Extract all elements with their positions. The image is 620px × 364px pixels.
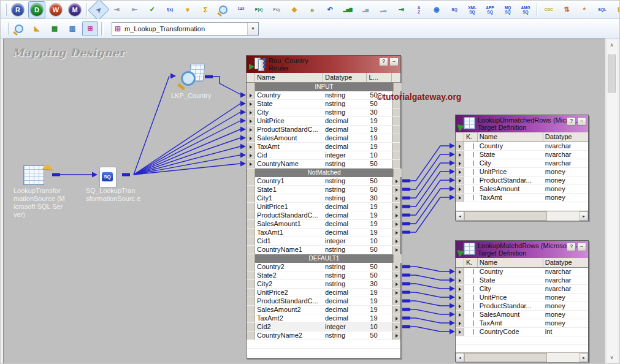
- port-out-cell[interactable]: [392, 237, 400, 245]
- port-in-cell[interactable]: [247, 91, 255, 99]
- target-definition-matched[interactable]: LookupMatchdRows (Microsoft S... Target …: [455, 240, 589, 362]
- target-port-row[interactable]: SalesAmountmoney: [456, 311, 588, 319]
- target-title-bar[interactable]: LookupUnmatchedRows (Micro... Target Def…: [456, 115, 588, 132]
- router-port-row[interactable]: SalesAmountdecimal19: [247, 134, 400, 143]
- workflow-manager-button[interactable]: W: [47, 1, 64, 18]
- column-datatype[interactable]: Datatype: [323, 73, 367, 82]
- scroll-down-button[interactable]: ∨: [607, 352, 617, 362]
- target-port-row[interactable]: UnitPricemoney: [456, 168, 588, 176]
- port-out-cell[interactable]: [392, 280, 400, 288]
- horizontal-scrollbar[interactable]: ◄ ►: [456, 211, 588, 221]
- port-out-cell[interactable]: [392, 263, 400, 271]
- amg-source-qualifier-icon[interactable]: AMG SQ: [518, 2, 534, 17]
- router-port-row[interactable]: State1nstring50: [247, 186, 400, 194]
- router-port-row[interactable]: UnitPrice1decimal19: [247, 203, 400, 211]
- target-port-row[interactable]: TaxAmtmoney: [456, 194, 588, 202]
- port-out-cell[interactable]: [392, 246, 400, 254]
- router-port-row[interactable]: TaxAmt1decimal19: [247, 229, 400, 237]
- column-name[interactable]: Name: [255, 73, 323, 82]
- lookup-transformation-icon[interactable]: [215, 2, 231, 17]
- port-in-cell[interactable]: [456, 268, 464, 276]
- sequence-generator-icon[interactable]: ¹²³: [233, 2, 249, 17]
- router-port-row[interactable]: CountryName1nstring50: [247, 246, 400, 254]
- port-in-cell[interactable]: [456, 194, 464, 202]
- minimize-button[interactable]: −: [577, 243, 586, 251]
- horizontal-scrollbar[interactable]: ◄ ►: [456, 352, 588, 362]
- sorter-transformation-icon[interactable]: A Z: [411, 2, 427, 17]
- scrollbar-track[interactable]: [464, 353, 580, 362]
- target-port-row[interactable]: Citynvarchar: [456, 159, 588, 168]
- port-in-cell[interactable]: [456, 285, 464, 293]
- target-port-row[interactable]: Statenvarchar: [456, 276, 588, 285]
- router-port-row[interactable]: TaxAmtdecimal19: [247, 143, 400, 151]
- source-qualifier-icon[interactable]: SQ: [446, 2, 462, 17]
- router-port-row[interactable]: UnitPricedecimal19: [247, 117, 400, 126]
- scroll-up-button[interactable]: ∧: [607, 40, 617, 50]
- stored-procedure-icon[interactable]: P(x): [251, 2, 267, 17]
- transaction-control-icon[interactable]: ⇅: [559, 2, 575, 17]
- scrollbar-thumb[interactable]: [464, 211, 547, 221]
- port-out-cell[interactable]: [392, 306, 400, 314]
- repository-manager-button[interactable]: R: [9, 1, 26, 18]
- port-in-cell[interactable]: [247, 100, 255, 108]
- router-title-bar[interactable]: Rou_Country Router ? −: [247, 56, 400, 73]
- port-in-cell[interactable]: [456, 176, 464, 184]
- source-analyzer-icon[interactable]: [11, 21, 27, 36]
- transformation-developer-icon[interactable]: ▦: [47, 21, 63, 36]
- target-port-row[interactable]: Citynvarchar: [456, 285, 588, 294]
- router-port-row[interactable]: TaxAmt2decimal19: [247, 314, 400, 323]
- minimize-button[interactable]: −: [389, 58, 399, 66]
- port-out-cell[interactable]: [392, 177, 400, 185]
- scrollbar-thumb[interactable]: [608, 55, 616, 93]
- scroll-left-button[interactable]: ◄: [456, 353, 464, 362]
- port-in-cell[interactable]: [456, 328, 464, 336]
- port-out-cell[interactable]: [392, 323, 400, 331]
- port-in-cell[interactable]: [247, 160, 255, 168]
- source-qualifier-node[interactable]: SQ: [99, 167, 117, 188]
- port-in-cell[interactable]: [247, 143, 255, 151]
- scrollbar-track[interactable]: [464, 211, 580, 221]
- sql-transformation-icon[interactable]: SQL: [594, 2, 610, 17]
- target-definition-unmatched[interactable]: LookupUnmatchedRows (Micro... Target Def…: [455, 115, 589, 221]
- scroll-left-button[interactable]: ◄: [456, 211, 464, 221]
- target-port-row[interactable]: UnitPricemoney: [456, 294, 588, 302]
- router-port-row[interactable]: Cid1integer10: [247, 237, 400, 246]
- dropdown-arrow-icon[interactable]: ▼: [247, 23, 258, 35]
- router-port-row[interactable]: City2nstring30: [247, 280, 400, 289]
- port-in-cell[interactable]: [456, 319, 464, 327]
- port-out-cell[interactable]: [392, 332, 400, 339]
- mapping-canvas[interactable]: Mapping Designer LookupTransfor mationSo…: [3, 39, 605, 363]
- column-name[interactable]: Name: [478, 132, 543, 142]
- router-port-row[interactable]: CountryNamenstring50: [247, 160, 400, 169]
- port-in-cell[interactable]: [456, 302, 464, 310]
- normalizer-transformation-icon[interactable]: »: [304, 2, 320, 17]
- port-out-cell[interactable]: [392, 229, 400, 237]
- chart-tool-a-icon[interactable]: ▂▅: [358, 2, 373, 17]
- port-out-cell[interactable]: [392, 297, 400, 305]
- workflow-monitor-button[interactable]: M: [66, 1, 83, 18]
- column-datatype[interactable]: Datatype: [543, 132, 588, 142]
- port-in-cell[interactable]: [456, 294, 464, 301]
- toolbar-grip[interactable]: [6, 4, 7, 16]
- target-definition-icon[interactable]: ⇤: [126, 2, 142, 17]
- union-transformation-icon[interactable]: U: [612, 2, 620, 17]
- router-port-row[interactable]: Citynstring30: [247, 108, 400, 117]
- target-designer-icon[interactable]: ◣: [29, 21, 45, 36]
- target-port-row[interactable]: ProductStandar...money: [456, 302, 588, 311]
- router-port-row[interactable]: Country2nstring50: [247, 263, 400, 271]
- mq-source-qualifier-icon[interactable]: MQ SQ: [500, 2, 516, 17]
- application-source-qualifier-icon[interactable]: APP SQ: [482, 2, 498, 17]
- undo-arrow-icon[interactable]: ↶: [322, 2, 338, 17]
- router-port-row[interactable]: Country1nstring50: [247, 177, 400, 186]
- target-port-row[interactable]: CountryCodeint: [456, 328, 588, 336]
- target-port-row[interactable]: Countrynvarchar: [456, 142, 588, 151]
- port-in-cell[interactable]: [456, 142, 464, 150]
- rank-transformation-icon[interactable]: ▂▅▇: [340, 2, 356, 17]
- external-procedure-icon[interactable]: Pxy: [269, 2, 285, 17]
- router-port-row[interactable]: State2nstring50: [247, 271, 400, 280]
- column-key[interactable]: K.: [464, 258, 478, 267]
- target-port-row[interactable]: TaxAmtmoney: [456, 319, 588, 328]
- port-out-cell[interactable]: [392, 289, 400, 297]
- scrollbar-thumb[interactable]: [464, 353, 547, 362]
- target-title-bar[interactable]: LookupMatchdRows (Microsoft S... Target …: [456, 241, 588, 258]
